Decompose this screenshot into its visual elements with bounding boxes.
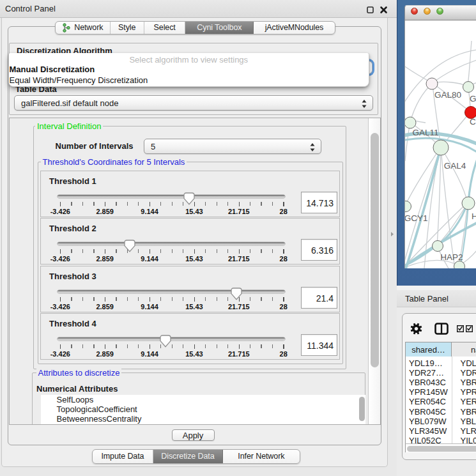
svg-text:C: C bbox=[470, 117, 476, 127]
svg-text:HAP2: HAP2 bbox=[440, 252, 463, 262]
svg-text:GAL11: GAL11 bbox=[412, 128, 438, 137]
svg-text:GAL80: GAL80 bbox=[434, 90, 461, 100]
svg-text:H: H bbox=[472, 211, 476, 221]
svg-text:GA: GA bbox=[470, 94, 476, 104]
svg-text:GAL4: GAL4 bbox=[444, 161, 466, 171]
svg-text:GCY1: GCY1 bbox=[405, 213, 427, 223]
